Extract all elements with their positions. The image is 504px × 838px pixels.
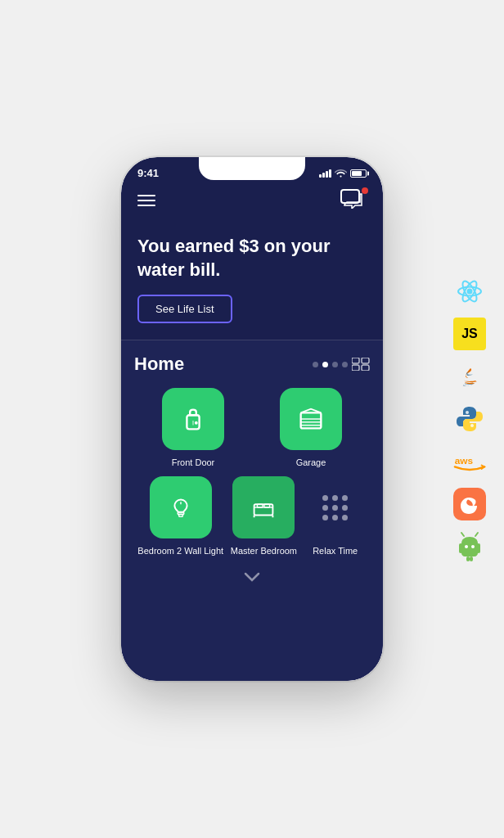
master-bedroom-label: Master Bedroom xyxy=(231,545,297,556)
svg-rect-2 xyxy=(362,358,369,363)
see-life-list-button[interactable]: See Life List xyxy=(137,295,232,323)
svg-rect-19 xyxy=(459,543,462,553)
bedroom2-light-label: Bedroom 2 Wall Light xyxy=(137,545,223,556)
java-icon xyxy=(453,360,486,393)
pagination-dots xyxy=(313,358,370,371)
svg-point-23 xyxy=(465,545,468,548)
svg-point-24 xyxy=(471,545,475,548)
page-dot-2[interactable] xyxy=(322,362,328,367)
javascript-icon: JS xyxy=(453,318,486,350)
phone-screen: 9:41 xyxy=(121,157,383,681)
svg-rect-0 xyxy=(341,190,359,203)
swift-icon xyxy=(453,488,486,520)
front-door-label: Front Door xyxy=(172,457,215,468)
home-section: Home xyxy=(121,340,383,681)
svg-rect-10 xyxy=(258,505,263,508)
bedroom2-icon-wrap xyxy=(150,476,212,538)
front-door-icon-wrap xyxy=(162,388,224,450)
svg-rect-22 xyxy=(470,556,473,561)
svg-rect-11 xyxy=(264,505,270,508)
status-time: 9:41 xyxy=(137,167,159,179)
svg-point-17 xyxy=(470,424,474,427)
notification-dot xyxy=(362,187,368,194)
bottom-chevron[interactable] xyxy=(134,564,370,595)
device-garage[interactable]: Garage xyxy=(280,388,342,468)
svg-rect-7 xyxy=(301,413,322,429)
messages-button[interactable] xyxy=(340,189,367,212)
dots-grid-icon xyxy=(313,485,358,530)
master-bedroom-icon-wrap xyxy=(232,476,295,538)
react-icon xyxy=(453,275,486,308)
phone-frame: 9:41 xyxy=(121,157,383,681)
home-header: Home xyxy=(134,354,370,375)
device-relax-time[interactable]: Relax Time xyxy=(304,476,367,556)
signal-icon xyxy=(319,169,331,178)
garage-icon-wrap xyxy=(280,388,342,450)
device-bedroom2-light[interactable]: Bedroom 2 Wall Light xyxy=(137,476,223,556)
svg-rect-4 xyxy=(362,365,369,371)
page-dot-4[interactable] xyxy=(342,362,348,367)
hamburger-menu-icon[interactable] xyxy=(137,195,155,206)
relax-time-icon-wrap xyxy=(304,476,367,538)
wifi-icon xyxy=(335,169,347,178)
tech-icons-sidebar: JS aws xyxy=(453,275,486,563)
android-icon xyxy=(453,530,486,563)
python-icon xyxy=(453,403,486,435)
phone-notch xyxy=(199,157,305,180)
relax-time-label: Relax Time xyxy=(313,545,358,556)
svg-text:aws: aws xyxy=(455,455,474,466)
svg-rect-1 xyxy=(352,358,359,363)
edit-grid-icon[interactable] xyxy=(352,358,370,371)
hero-section: You earned $3 on your water bill. See Li… xyxy=(121,222,383,340)
svg-point-16 xyxy=(466,411,469,414)
svg-rect-20 xyxy=(477,543,480,553)
svg-point-6 xyxy=(195,421,198,425)
aws-icon: aws xyxy=(453,445,486,478)
page-dot-1[interactable] xyxy=(313,362,318,367)
hero-title: You earned $3 on your water bill. xyxy=(137,235,367,282)
home-section-title: Home xyxy=(134,354,184,375)
device-front-door[interactable]: Front Door xyxy=(162,388,224,468)
status-icons xyxy=(319,169,367,178)
svg-rect-3 xyxy=(352,365,359,371)
page-dot-3[interactable] xyxy=(332,362,338,367)
svg-point-12 xyxy=(467,289,473,295)
svg-rect-21 xyxy=(466,556,470,561)
device-master-bedroom[interactable]: Master Bedroom xyxy=(231,476,297,556)
nav-bar xyxy=(121,182,383,222)
garage-label: Garage xyxy=(296,457,326,468)
battery-icon xyxy=(350,169,367,178)
